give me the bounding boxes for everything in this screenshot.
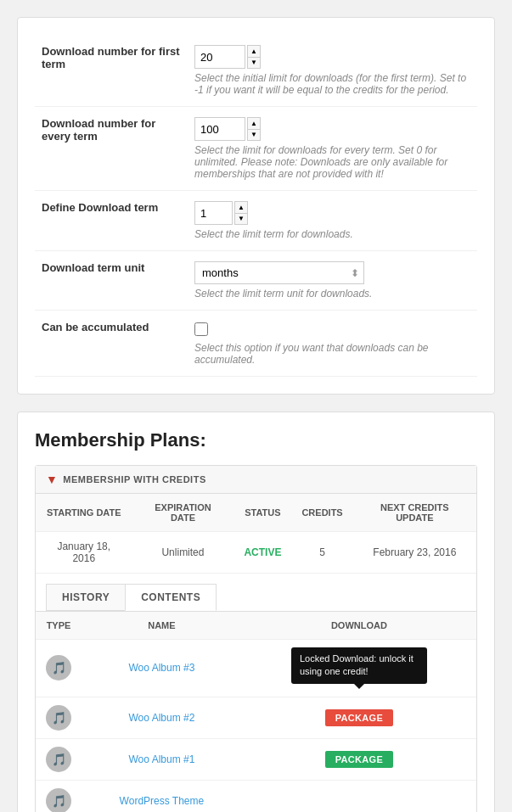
first-term-up[interactable]: ▲ (247, 45, 261, 57)
download-cell-4 (242, 780, 476, 812)
number-input-wrap-define-term: ▲ ▼ (194, 201, 470, 225)
number-input-wrap-first-term: ▲ ▼ (194, 45, 470, 69)
field-label-term-unit: Download term unit (42, 261, 144, 274)
field-label-define-term: Define Download term (42, 201, 158, 214)
table-row: 🎵 Woo Album #2 PACKAGE (36, 697, 476, 738)
define-term-up[interactable]: ▲ (234, 201, 248, 213)
define-term-spinner: ▲ ▼ (234, 201, 248, 225)
package-button-3[interactable]: PACKAGE (325, 751, 393, 768)
field-term-unit: Download term unit months days weeks yea… (35, 251, 477, 311)
table-row: 🎵 Woo Album #3 Locked Download: unlock i… (36, 640, 476, 697)
col-header-starting-date: STARTING DATE (36, 494, 132, 532)
membership-title: Membership Plans: (35, 429, 477, 451)
type-icon-2: 🎵 (46, 705, 71, 731)
membership-card: Membership Plans: ▼ MEMBERSHIP WITH CRED… (17, 412, 495, 812)
col-header-status: STATUS (233, 494, 291, 532)
tab-contents[interactable]: CONTENTS (125, 584, 217, 611)
membership-info-table: STARTING DATE EXPIRATION DATE STATUS CRE… (36, 494, 476, 574)
expiration-date-cell: Unlimited (132, 532, 234, 574)
every-term-spinner: ▲ ▼ (247, 117, 261, 141)
item-link-2[interactable]: Woo Album #2 (129, 712, 195, 724)
col-header-credits: CREDITS (291, 494, 352, 532)
membership-section-label: MEMBERSHIP WITH CREDITS (63, 474, 205, 484)
tabs-container: HISTORY CONTENTS (36, 574, 476, 612)
every-term-help: Select the limit for downloads for every… (194, 144, 470, 180)
contents-col-type: TYPE (36, 612, 82, 640)
col-header-expiration-date: EXPIRATION DATE (132, 494, 234, 532)
define-term-input[interactable] (194, 201, 233, 225)
define-term-down[interactable]: ▼ (234, 213, 248, 225)
term-unit-select[interactable]: months days weeks years (194, 261, 364, 284)
first-term-spinner: ▲ ▼ (247, 45, 261, 69)
membership-row: January 18, 2016 Unlimited ACTIVE 5 Febr… (36, 532, 476, 574)
every-term-down[interactable]: ▼ (247, 129, 261, 141)
field-label-accumulated: Can be accumulated (42, 321, 149, 333)
type-icon-4: 🎵 (46, 788, 71, 812)
contents-table: TYPE NAME DOWNLOAD 🎵 Woo Album #3 (36, 612, 476, 812)
status-cell: ACTIVE (233, 532, 291, 574)
term-unit-help: Select the limit term unit for downloads… (194, 288, 470, 300)
field-every-term: Download number for every term ▲ ▼ Selec… (35, 107, 477, 191)
field-first-term: Download number for first term ▲ ▼ Selec… (35, 35, 477, 107)
field-label-first-term: Download number for first term (42, 45, 180, 70)
field-define-term: Define Download term ▲ ▼ Select the limi… (35, 191, 477, 251)
item-link-1[interactable]: Woo Album #3 (129, 662, 195, 674)
item-link-3[interactable]: Woo Album #1 (129, 753, 195, 765)
accumulated-checkbox[interactable] (194, 322, 208, 336)
membership-section-header: ▼ MEMBERSHIP WITH CREDITS (36, 466, 476, 494)
collapse-icon[interactable]: ▼ (46, 473, 58, 486)
field-label-every-term: Download number for every term (42, 117, 155, 143)
package-button-2[interactable]: PACKAGE (325, 709, 393, 726)
first-term-input[interactable] (194, 45, 245, 69)
type-icon-1: 🎵 (46, 655, 71, 680)
tooltip-arrow (354, 684, 364, 689)
first-term-help: Select the initial limit for downloads (… (194, 72, 470, 96)
next-update-cell: February 23, 2016 (353, 532, 476, 574)
download-settings-card: Download number for first term ▲ ▼ Selec… (17, 17, 495, 395)
term-unit-select-wrap: months days weeks years ⬍ (194, 261, 364, 284)
every-term-input[interactable] (194, 117, 245, 141)
status-badge: ACTIVE (244, 546, 281, 558)
credits-cell: 5 (291, 532, 352, 574)
accumulated-help: Select this option if you want that down… (194, 342, 470, 366)
type-icon-3: 🎵 (46, 747, 71, 772)
membership-section: ▼ MEMBERSHIP WITH CREDITS STARTING DATE … (35, 465, 477, 812)
download-cell-1: Locked Download: unlock it using one cre… (242, 640, 476, 697)
download-cell-2: PACKAGE (242, 697, 476, 738)
item-link-4[interactable]: WordPress Theme (120, 795, 205, 807)
define-term-help: Select the limit term for downloads. (194, 228, 470, 240)
every-term-up[interactable]: ▲ (247, 117, 261, 129)
contents-col-name: NAME (82, 612, 242, 640)
field-accumulated: Can be accumulated Select this option if… (35, 311, 477, 377)
starting-date-cell: January 18, 2016 (36, 532, 132, 574)
contents-col-download: DOWNLOAD (242, 612, 476, 640)
settings-table: Download number for first term ▲ ▼ Selec… (35, 35, 477, 377)
first-term-down[interactable]: ▼ (247, 57, 261, 69)
download-cell-3: PACKAGE (242, 738, 476, 780)
number-input-wrap-every-term: ▲ ▼ (194, 117, 470, 141)
table-row: 🎵 WordPress Theme (36, 780, 476, 812)
col-header-next-credits: NEXT CREDITS UPDATE (353, 494, 476, 532)
tab-history[interactable]: HISTORY (46, 584, 126, 611)
locked-text: Locked Download: unlock it using one cre… (300, 653, 414, 676)
table-row: 🎵 Woo Album #1 PACKAGE (36, 738, 476, 780)
locked-tooltip: Locked Download: unlock it using one cre… (291, 647, 427, 684)
